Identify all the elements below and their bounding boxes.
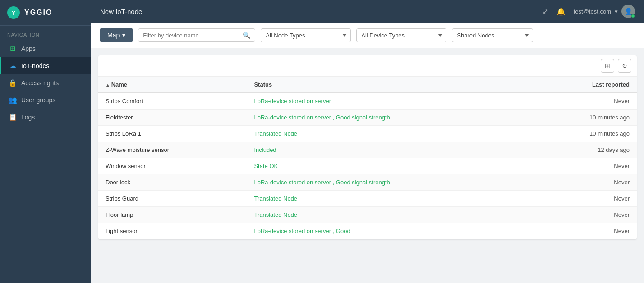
sidebar-item-users-label: User groups — [21, 96, 55, 104]
table-header: Name Status Last reported — [98, 77, 637, 93]
name-column-header[interactable]: Name — [98, 77, 247, 93]
nodes-table-container: ⊞ ↻ Name Status Last reported Strips Com… — [98, 55, 637, 239]
table-row[interactable]: Z-Wave moisture sensorIncluded12 days ag… — [98, 142, 637, 158]
logs-icon: 📋 — [9, 113, 17, 121]
node-name-cell: Fieldtester — [98, 110, 247, 126]
node-last-reported-cell: Never — [533, 158, 637, 174]
table-row[interactable]: FieldtesterLoRa-device stored on server … — [98, 110, 637, 126]
status-column-header: Status — [247, 77, 533, 93]
expand-icon[interactable]: ⤢ — [543, 7, 548, 16]
node-status-cell: LoRa-device stored on server — [247, 93, 533, 110]
content-area: ⊞ ↻ Name Status Last reported Strips Com… — [91, 48, 644, 283]
avatar-online-dot — [631, 14, 635, 18]
sidebar-item-iot-label: IoT-nodes — [21, 62, 49, 69]
sidebar-item-user-groups[interactable]: 👥 User groups — [0, 91, 91, 109]
logo-icon: Y — [7, 6, 20, 19]
node-name-cell: Strips Comfort — [98, 93, 247, 110]
node-status-cell: Included — [247, 142, 533, 158]
table-body: Strips ComfortLoRa-device stored on serv… — [98, 93, 637, 239]
node-last-reported-cell: Never — [533, 93, 637, 110]
sidebar-item-apps-label: Apps — [21, 45, 36, 52]
dropdown-icon: ▾ — [615, 8, 618, 15]
search-icon: 🔍 — [243, 32, 250, 39]
node-status-cell: Translated Node — [247, 191, 533, 207]
logo-text: YGGIO — [24, 9, 52, 17]
user-info[interactable]: test@test.com ▾ 👤 — [574, 5, 635, 18]
sidebar-item-apps[interactable]: ⊞ Apps — [0, 40, 91, 57]
header-right: ⤢ 🔔 test@test.com ▾ 👤 — [543, 5, 635, 18]
nav-section-label: Navigation — [0, 26, 91, 40]
node-last-reported-cell: Never — [533, 207, 637, 223]
shared-nodes-filter[interactable]: Shared Nodes — [452, 28, 533, 42]
sidebar-logo: Y YGGIO — [0, 0, 91, 26]
sidebar-item-logs[interactable]: 📋 Logs — [0, 109, 91, 126]
toolbar: Map ▾ 🔍 All Node Types All Device Types … — [91, 23, 644, 48]
table-action-bar: ⊞ ↻ — [98, 55, 637, 77]
table-row[interactable]: Strips GuardTranslated NodeNever — [98, 191, 637, 207]
node-name-cell: Floor lamp — [98, 207, 247, 223]
node-types-filter[interactable]: All Node Types — [261, 28, 351, 42]
map-dropdown-icon: ▾ — [122, 32, 125, 39]
user-email: test@test.com — [574, 8, 611, 15]
map-button[interactable]: Map ▾ — [100, 28, 133, 42]
node-last-reported-cell: 12 days ago — [533, 142, 637, 158]
page-title: New IoT-node — [100, 8, 142, 15]
map-button-label: Map — [107, 32, 120, 39]
node-last-reported-cell: 10 minutes ago — [533, 110, 637, 126]
search-input[interactable] — [143, 32, 239, 39]
header: New IoT-node ⤢ 🔔 test@test.com ▾ 👤 — [91, 0, 644, 23]
apps-icon: ⊞ — [9, 45, 17, 53]
node-name-cell: Window sensor — [98, 158, 247, 174]
node-name-cell: Strips Guard — [98, 191, 247, 207]
node-name-cell: Strips LoRa 1 — [98, 126, 247, 142]
device-types-filter[interactable]: All Device Types — [356, 28, 446, 42]
node-status-cell: State OK — [247, 158, 533, 174]
main-content: New IoT-node ⤢ 🔔 test@test.com ▾ 👤 Map ▾… — [91, 0, 644, 283]
table-row[interactable]: Floor lampTranslated NodeNever — [98, 207, 637, 223]
avatar: 👤 — [621, 5, 635, 18]
last-reported-column-header: Last reported — [533, 77, 637, 93]
node-name-cell: Z-Wave moisture sensor — [98, 142, 247, 158]
node-last-reported-cell: Never — [533, 174, 637, 191]
table-row[interactable]: Window sensorState OKNever — [98, 158, 637, 174]
node-last-reported-cell: Never — [533, 223, 637, 239]
node-last-reported-cell: Never — [533, 191, 637, 207]
node-name-cell: Light sensor — [98, 223, 247, 239]
users-icon: 👥 — [9, 96, 17, 104]
sidebar-item-iot-nodes[interactable]: ☁ IoT-nodes — [0, 57, 91, 74]
node-status-cell: LoRa-device stored on server , Good — [247, 223, 533, 239]
node-status-cell: Translated Node — [247, 126, 533, 142]
node-status-cell: LoRa-device stored on server , Good sign… — [247, 174, 533, 191]
nodes-table: Name Status Last reported Strips Comfort… — [98, 77, 637, 239]
sidebar: Y YGGIO Navigation ⊞ Apps ☁ IoT-nodes 🔒 … — [0, 0, 91, 283]
iot-icon: ☁ — [9, 62, 17, 70]
node-last-reported-cell: 10 minutes ago — [533, 126, 637, 142]
sidebar-item-access-label: Access rights — [21, 79, 59, 87]
table-row[interactable]: Light sensorLoRa-device stored on server… — [98, 223, 637, 239]
table-row[interactable]: Door lockLoRa-device stored on server , … — [98, 174, 637, 191]
node-status-cell: LoRa-device stored on server , Good sign… — [247, 110, 533, 126]
refresh-button[interactable]: ↻ — [618, 59, 631, 73]
node-name-cell: Door lock — [98, 174, 247, 191]
node-status-cell: Translated Node — [247, 207, 533, 223]
sidebar-item-access-rights[interactable]: 🔒 Access rights — [0, 74, 91, 91]
table-row[interactable]: Strips ComfortLoRa-device stored on serv… — [98, 93, 637, 110]
access-icon: 🔒 — [9, 79, 17, 87]
notification-icon[interactable]: 🔔 — [557, 7, 566, 16]
sidebar-item-logs-label: Logs — [21, 114, 35, 121]
columns-toggle-button[interactable]: ⊞ — [601, 59, 614, 73]
table-row[interactable]: Strips LoRa 1Translated Node10 minutes a… — [98, 126, 637, 142]
search-box: 🔍 — [138, 28, 255, 42]
